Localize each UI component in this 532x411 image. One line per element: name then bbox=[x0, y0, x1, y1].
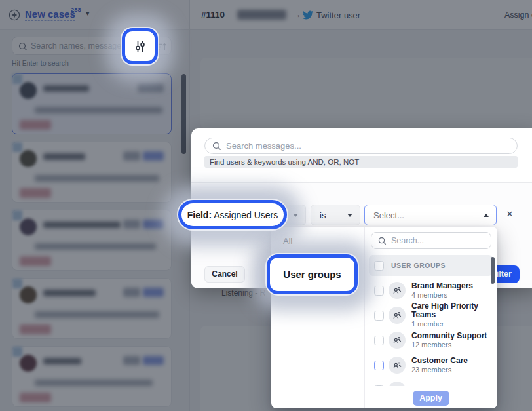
annotation-field-assigned-users: Field: Assigned Users bbox=[178, 200, 287, 229]
dropdown-search-input[interactable] bbox=[391, 233, 483, 248]
group-members: 23 members bbox=[411, 366, 468, 374]
dropdown-search-bar bbox=[371, 232, 491, 249]
group-name: Care High Priority Teams bbox=[411, 302, 493, 319]
group-name: Customer Care bbox=[411, 357, 468, 365]
user-group-icon bbox=[392, 310, 402, 321]
avatar bbox=[389, 332, 406, 349]
apply-button[interactable]: Apply bbox=[413, 391, 449, 406]
search-syntax-hint: Find users & keywords using AND, OR, NOT bbox=[204, 156, 518, 168]
message-search-bar bbox=[204, 138, 518, 154]
checkbox[interactable] bbox=[374, 385, 384, 387]
list-item[interactable]: Customer Care 23 members bbox=[369, 353, 493, 378]
remove-filter-button[interactable]: ✕ bbox=[503, 208, 516, 221]
group-name: Brand Managers bbox=[411, 282, 473, 290]
filter-value-select[interactable]: Select... bbox=[364, 205, 497, 225]
annotation-filter-settings-button[interactable] bbox=[122, 28, 158, 64]
group-members: 1 member bbox=[411, 320, 493, 328]
group-header-label: USER GROUPS bbox=[391, 262, 446, 269]
checkbox[interactable] bbox=[374, 286, 384, 296]
dropdown-footer: Apply bbox=[365, 387, 497, 408]
search-icon bbox=[212, 142, 221, 151]
annotation-user-groups: User groups bbox=[267, 254, 358, 294]
avatar bbox=[389, 307, 406, 324]
chevron-up-icon bbox=[484, 214, 489, 217]
checkbox[interactable] bbox=[374, 311, 384, 321]
user-group-icon bbox=[392, 335, 402, 345]
list-item-partial[interactable] bbox=[369, 378, 493, 386]
sliders-icon bbox=[132, 39, 148, 54]
annotation-user-groups-label: User groups bbox=[283, 269, 341, 280]
avatar bbox=[389, 357, 406, 374]
message-search-input[interactable] bbox=[226, 139, 501, 153]
group-list: USER GROUPS Brand Managers 4 members bbox=[369, 255, 493, 386]
dropdown-list-column: USER GROUPS Brand Managers 4 members bbox=[365, 227, 497, 408]
avatar bbox=[389, 282, 406, 299]
annotation-field-bold: Field: bbox=[187, 210, 212, 220]
list-item[interactable]: Care High Priority Teams 1 member bbox=[369, 303, 493, 328]
tab-all[interactable]: All bbox=[271, 232, 364, 250]
group-members: 4 members bbox=[411, 291, 473, 300]
cancel-button[interactable]: Cancel bbox=[204, 266, 245, 283]
avatar bbox=[389, 382, 406, 386]
search-icon bbox=[378, 237, 387, 245]
group-name: Community Support bbox=[411, 332, 487, 340]
app-screen: New cases 288 ▾ #1110 → Twitter user Ass… bbox=[0, 0, 532, 411]
chevron-down-icon bbox=[347, 214, 352, 217]
user-group-icon bbox=[392, 285, 402, 296]
group-members: 12 members bbox=[411, 341, 487, 349]
chevron-down-icon bbox=[293, 214, 298, 217]
dropdown-scrollbar[interactable] bbox=[491, 257, 495, 284]
checkbox-highlighted[interactable] bbox=[374, 361, 384, 370]
list-item[interactable]: Brand Managers 4 members bbox=[369, 278, 493, 303]
group-header-row[interactable]: USER GROUPS bbox=[369, 255, 493, 276]
user-group-icon bbox=[392, 360, 402, 370]
checkbox[interactable] bbox=[374, 336, 384, 345]
select-placeholder: Select... bbox=[373, 210, 404, 220]
filter-operator-select[interactable]: is bbox=[311, 205, 360, 225]
list-item[interactable]: Community Support 12 members bbox=[369, 328, 493, 353]
operator-value: is bbox=[320, 210, 326, 220]
annotation-field-text: Assigned Users bbox=[212, 210, 278, 220]
select-all-checkbox[interactable] bbox=[374, 261, 384, 271]
